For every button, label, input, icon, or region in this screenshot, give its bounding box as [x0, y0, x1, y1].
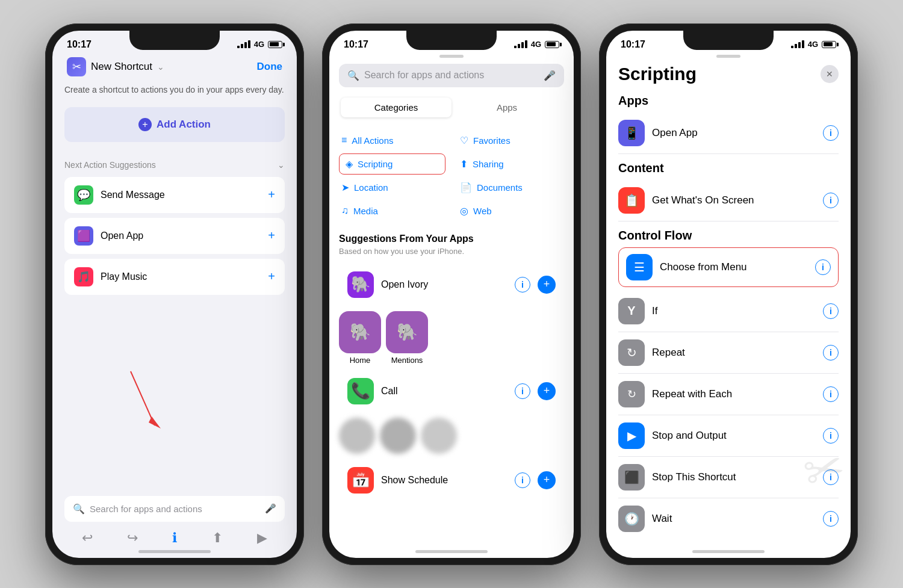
- tab-categories[interactable]: Categories: [341, 97, 452, 117]
- wait-action-info[interactable]: i: [823, 511, 839, 527]
- notch-3: [683, 31, 774, 50]
- open-ivory-add[interactable]: +: [538, 276, 556, 294]
- svg-marker-1: [149, 416, 161, 429]
- search-bar-2[interactable]: 🔍 Search for apps and actions 🎤: [339, 64, 564, 87]
- undo-icon[interactable]: ↩: [82, 530, 93, 546]
- if-action-info[interactable]: i: [823, 303, 839, 319]
- search-input-2[interactable]: Search for apps and actions: [364, 70, 539, 81]
- web-label: Web: [473, 206, 492, 216]
- schedule-add[interactable]: +: [538, 471, 556, 489]
- location-label: Location: [354, 182, 388, 193]
- p3-header: Scripting ✕: [618, 64, 839, 84]
- shortcut-title: New Shortcut: [91, 61, 152, 73]
- category-tabs: Categories Apps: [339, 96, 564, 119]
- documents-label: Documents: [477, 182, 523, 193]
- open-app-add[interactable]: +: [268, 229, 275, 243]
- phone1-search-bar[interactable]: 🔍 Search for apps and actions 🎤: [64, 496, 285, 522]
- call-info[interactable]: i: [515, 383, 530, 399]
- all-actions-label: All Actions: [352, 135, 393, 146]
- repeat-action-info[interactable]: i: [823, 345, 839, 361]
- collapse-icon[interactable]: ⌄: [278, 160, 285, 170]
- time-1: 10:17: [67, 39, 92, 50]
- share-icon[interactable]: ⬆: [212, 530, 223, 546]
- open-ivory-row[interactable]: 🐘 Open Ivory i +: [339, 264, 564, 305]
- plus-icon: +: [138, 118, 152, 131]
- signal-icon-2: [514, 40, 527, 48]
- choose-from-menu-row[interactable]: ☰ Choose from Menu i: [618, 247, 839, 287]
- stop-shortcut-action-icon: ⬛: [618, 464, 645, 491]
- cat-all-actions[interactable]: ≡ All Actions: [339, 130, 445, 151]
- send-message-add[interactable]: +: [268, 188, 275, 202]
- info-icon[interactable]: ℹ: [172, 530, 177, 546]
- apps-section-label: Apps: [618, 94, 839, 108]
- wait-action-row[interactable]: 🕐 Wait i: [618, 498, 839, 539]
- repeat-each-action-info[interactable]: i: [823, 386, 839, 402]
- suggestion-item-3[interactable]: 🎵 Play Music +: [64, 259, 285, 295]
- location-icon: ➤: [341, 182, 349, 193]
- open-ivory-info[interactable]: i: [515, 277, 530, 292]
- play-icon[interactable]: ▶: [257, 530, 267, 546]
- get-screen-action-row[interactable]: 📋 Get What's On Screen i: [618, 180, 839, 221]
- cat-media[interactable]: ♫ Media: [339, 200, 445, 221]
- cat-documents[interactable]: 📄 Documents: [458, 177, 564, 198]
- tab-apps[interactable]: Apps: [452, 97, 562, 117]
- blurred-contacts: [339, 418, 564, 454]
- documents-icon: 📄: [460, 182, 472, 193]
- open-app-action-row[interactable]: 📱 Open App i: [618, 113, 839, 154]
- cat-sharing[interactable]: ⬆ Sharing: [458, 153, 564, 175]
- choose-from-menu-icon: ☰: [626, 254, 653, 280]
- chevron-icon: ⌄: [157, 62, 164, 72]
- get-screen-action-label: Get What's On Screen: [652, 194, 816, 206]
- schedule-info[interactable]: i: [515, 472, 530, 488]
- shortcut-description: Create a shortcut to actions you do in y…: [64, 84, 285, 96]
- if-action-icon: Y: [618, 298, 645, 324]
- show-schedule-row[interactable]: 📅 Show Schedule i +: [339, 460, 564, 501]
- favorites-label: Favorites: [473, 135, 510, 146]
- stop-shortcut-action-label: Stop This Shortcut: [652, 471, 816, 483]
- open-app-action-label: Open App: [652, 127, 816, 139]
- close-button[interactable]: ✕: [821, 65, 839, 83]
- choose-from-menu-info[interactable]: i: [815, 259, 831, 275]
- ivory-mentions-item[interactable]: 🐘 Mentions: [386, 311, 428, 365]
- all-actions-icon: ≡: [341, 135, 347, 146]
- if-action-label: If: [652, 305, 816, 317]
- mic-icon-2[interactable]: 🎤: [544, 70, 556, 81]
- phone1-title-container: ✂ New Shortcut ⌄: [67, 57, 164, 76]
- phone1-bottom-bar: ↩ ↪ ℹ ⬆ ▶: [64, 530, 285, 546]
- schedule-icon: 📅: [347, 467, 374, 494]
- search-icon-2: 🔍: [347, 70, 359, 81]
- time-3: 10:17: [621, 39, 645, 50]
- play-music-add[interactable]: +: [268, 270, 275, 283]
- suggestion-item-2[interactable]: 🟪 Open App +: [64, 218, 285, 254]
- open-app-action-info[interactable]: i: [823, 125, 839, 141]
- ivory-mentions-icon: 🐘: [386, 311, 428, 353]
- call-add[interactable]: +: [538, 382, 556, 400]
- if-action-row[interactable]: Y If i: [618, 291, 839, 332]
- suggestions-header: Next Action Suggestions ⌄: [64, 160, 285, 170]
- cat-scripting[interactable]: ◈ Scripting: [339, 153, 445, 175]
- repeat-action-row[interactable]: ↻ Repeat i: [618, 332, 839, 374]
- battery-fill-1: [270, 42, 279, 46]
- drag-handle-3: [716, 55, 740, 58]
- ivory-home-item[interactable]: 🐘 Home: [339, 311, 381, 365]
- svg-line-0: [131, 371, 155, 426]
- redo-icon[interactable]: ↪: [127, 530, 138, 546]
- cat-favorites[interactable]: ♡ Favorites: [458, 130, 564, 151]
- cat-web[interactable]: ◎ Web: [458, 200, 564, 221]
- repeat-action-icon: ↻: [618, 339, 645, 366]
- media-label: Media: [353, 206, 378, 216]
- open-app-action-icon: 📱: [618, 120, 645, 146]
- add-action-button[interactable]: + Add Action: [64, 107, 285, 142]
- call-row[interactable]: 📞 Call i +: [339, 371, 564, 412]
- done-button[interactable]: Done: [257, 61, 283, 73]
- home-indicator-1: [138, 550, 211, 553]
- suggestion-item-1[interactable]: 💬 Send Message +: [64, 177, 285, 213]
- get-screen-action-info[interactable]: i: [823, 193, 839, 208]
- cat-location[interactable]: ➤ Location: [339, 177, 445, 198]
- mic-icon-1[interactable]: 🎤: [265, 503, 276, 514]
- call-icon: 📞: [347, 378, 374, 404]
- repeat-each-action-row[interactable]: ↻ Repeat with Each i: [618, 374, 839, 415]
- repeat-each-action-icon: ↻: [618, 381, 645, 407]
- shortcut-app-icon: ✂: [67, 57, 86, 76]
- open-app-label: Open App: [101, 231, 261, 241]
